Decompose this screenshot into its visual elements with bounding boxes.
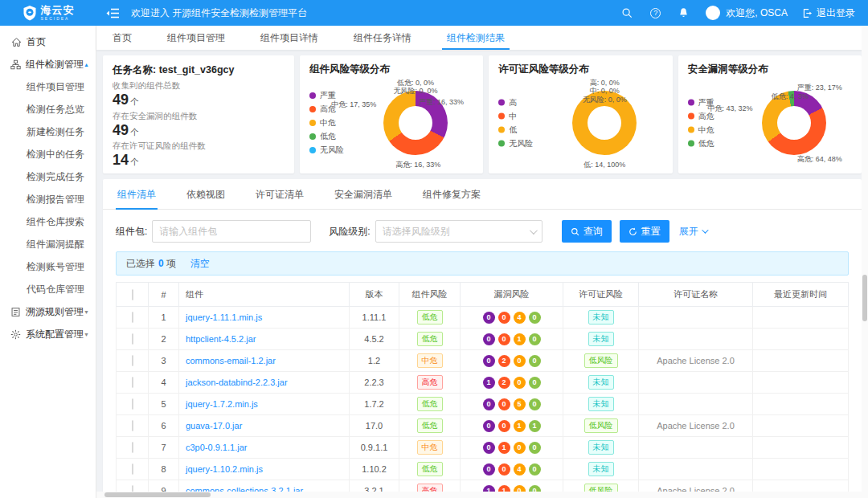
tab-project-detail[interactable]: 组件项目详情 — [260, 26, 318, 50]
tab-detect-result[interactable]: 组件检测结果 — [447, 26, 505, 50]
page-tab-bar: 首页 组件项目管理 组件项目详情 组件任务详情 组件检测结果 — [96, 26, 868, 50]
tab-component-list[interactable]: 组件清单 — [116, 179, 158, 209]
sidebar-item-new-task[interactable]: 新建检测任务 — [0, 120, 96, 143]
vertical-scrollbar-thumb[interactable] — [862, 275, 867, 321]
sidebar-item-task-overview[interactable]: 检测任务总览 — [0, 98, 96, 120]
logout-button[interactable]: 退出登录 — [802, 6, 855, 20]
expand-link[interactable]: 展开 — [679, 225, 706, 239]
component-link[interactable]: jquery-1.10.2.min.js — [186, 464, 263, 474]
table-row: 3commons-email-1.2.jar1.2中危0200低风险Apache… — [117, 350, 849, 372]
component-link[interactable]: jquery-1.11.1.min.js — [186, 312, 262, 322]
tab-project-mgmt[interactable]: 组件项目管理 — [167, 26, 225, 50]
bell-icon[interactable] — [678, 7, 689, 18]
component-link[interactable]: httpclient-4.5.2.jar — [186, 334, 256, 344]
vuln-count-badge: 0 — [483, 333, 495, 345]
sidebar-item-vuln-alert[interactable]: 组件漏洞提醒 — [0, 233, 96, 255]
col-index: # — [149, 283, 179, 307]
legend-item[interactable]: 中危 — [688, 124, 714, 136]
panel-tab-bar: 组件清单 依赖视图 许可证清单 安全漏洞清单 组件修复方案 — [103, 179, 862, 210]
tab-dependency-view[interactable]: 依赖视图 — [185, 179, 227, 209]
vertical-scrollbar[interactable] — [862, 26, 868, 498]
chevron-up-icon: ▲ — [84, 62, 89, 67]
component-link[interactable]: guava-17.0.jar — [186, 421, 242, 431]
search-icon[interactable] — [621, 7, 633, 18]
license-risk-tag: 未知 — [588, 375, 614, 390]
component-risk-tag: 低危 — [417, 310, 443, 325]
refresh-icon — [628, 227, 637, 236]
legend-item[interactable]: 中 — [498, 111, 533, 122]
legend-item[interactable]: 低危 — [309, 131, 344, 142]
pkg-filter-input[interactable] — [152, 220, 311, 243]
row-checkbox[interactable] — [132, 442, 133, 453]
sidebar-collapse-icon[interactable] — [106, 7, 120, 19]
sidebar-item-report-mgmt[interactable]: 检测报告管理 — [0, 188, 96, 210]
sidebar-item-code-repo-mgmt[interactable]: 代码仓库管理 — [0, 278, 96, 300]
legend-item[interactable]: 无风险 — [498, 138, 533, 149]
help-icon[interactable]: ? — [650, 8, 661, 18]
updated-time-cell — [753, 459, 849, 480]
pie-label: 低危: 4, 3% — [772, 92, 809, 102]
legend-item[interactable]: 低 — [498, 124, 533, 136]
gear-icon — [10, 329, 21, 340]
legend-item[interactable]: 无风险 — [309, 145, 344, 156]
row-checkbox[interactable] — [132, 398, 133, 410]
sidebar-item-repo-search[interactable]: 组件仓库搜索 — [0, 210, 96, 233]
select-all-checkbox[interactable] — [132, 289, 133, 300]
component-link[interactable]: commons-email-1.2.jar — [186, 356, 276, 365]
horizontal-scrollbar-thumb[interactable] — [104, 492, 211, 497]
legend-item[interactable]: 高 — [498, 97, 533, 108]
pie-label: 中危: 17, 35% — [331, 100, 376, 110]
sidebar-item-finished-tasks[interactable]: 检测完成任务 — [0, 165, 96, 188]
row-checkbox[interactable] — [132, 333, 133, 345]
vuln-badges-cell: 0010 — [461, 329, 563, 350]
legend-item[interactable]: 中危 — [309, 117, 344, 129]
tab-task-detail[interactable]: 组件任务详情 — [354, 26, 411, 50]
chart-title: 安全漏洞等级分布 — [688, 63, 855, 76]
select-all-cell — [117, 283, 149, 307]
sidebar-item-home[interactable]: 首页 — [0, 31, 96, 53]
row-checkbox[interactable] — [132, 420, 133, 431]
vuln-count-badge: 0 — [483, 420, 495, 432]
pie-label: 无风险: 0, 0% — [583, 95, 627, 105]
donut-hole — [399, 106, 432, 140]
brand-name: 海云安 — [41, 4, 75, 16]
table-row: 7c3p0-0.9.1.1.jar0.9.1.1中危0100未知 — [117, 437, 849, 459]
tab-home[interactable]: 首页 — [113, 26, 132, 50]
sidebar-item-account-mgmt[interactable]: 检测账号管理 — [0, 255, 96, 278]
search-button[interactable]: 查询 — [562, 220, 612, 243]
tab-vuln-list[interactable]: 安全漏洞清单 — [333, 179, 394, 209]
component-link[interactable]: jquery-1.7.2.min.js — [186, 399, 258, 409]
legend-item[interactable]: 低危 — [688, 138, 714, 149]
vuln-count-badge: 0 — [498, 398, 510, 410]
clear-selection-link[interactable]: 清空 — [190, 257, 210, 271]
reset-button[interactable]: 重置 — [620, 220, 669, 243]
rules-doc-icon — [10, 306, 21, 317]
row-checkbox[interactable] — [132, 355, 133, 366]
updated-time-cell — [753, 437, 849, 459]
stat-label: 存在安全漏洞的组件数 — [113, 111, 285, 122]
sidebar-item-trace-rules[interactable]: 溯源规则管理 ▼ — [0, 300, 96, 323]
component-risk-tag: 中危 — [417, 353, 443, 368]
vuln-count-badge: 0 — [483, 355, 495, 367]
sidebar-item-project-mgmt[interactable]: 组件项目管理 — [0, 76, 96, 98]
sidebar-item-system-config[interactable]: 系统配置管理 ▼ — [0, 323, 96, 345]
row-checkbox[interactable] — [132, 377, 133, 388]
sidebar-item-component-detect[interactable]: 组件检测管理 ▲ — [0, 53, 96, 76]
license-risk-tag: 未知 — [588, 310, 614, 325]
tab-license-list[interactable]: 许可证清单 — [254, 179, 305, 209]
version-cell: 4.5.2 — [350, 329, 399, 350]
pie-label: 低: 14, 100% — [583, 160, 625, 170]
component-risk-tag: 低危 — [417, 418, 443, 433]
user-avatar[interactable] — [706, 6, 720, 20]
risk-filter-select[interactable]: 请选择风险级别 — [375, 220, 542, 243]
tab-fix-plan[interactable]: 组件修复方案 — [421, 179, 482, 209]
license-name-cell — [639, 329, 753, 350]
horizontal-scrollbar[interactable] — [96, 492, 862, 498]
row-checkbox[interactable] — [132, 312, 133, 323]
brand-logo[interactable]: 海云安 SECIDEA — [0, 0, 96, 26]
component-link[interactable]: c3p0-0.9.1.1.jar — [186, 443, 247, 452]
sidebar-item-running-tasks[interactable]: 检测中的任务 — [0, 143, 96, 165]
selected-count: 0 — [158, 258, 164, 269]
component-link[interactable]: jackson-databind-2.2.3.jar — [186, 378, 288, 387]
row-checkbox[interactable] — [132, 463, 133, 475]
